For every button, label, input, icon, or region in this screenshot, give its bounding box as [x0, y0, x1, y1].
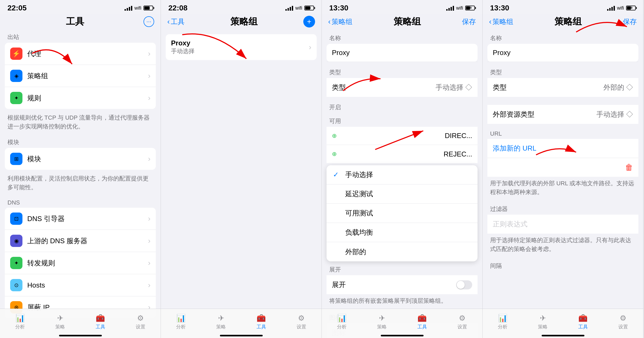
type-dropdown-3: ✓ 手动选择 延迟测试 可用测试 负载均衡 外部的 [327, 165, 478, 261]
status-icons-3: wifi 49 [446, 5, 475, 11]
status-icons-2: wifi 64 [285, 5, 314, 11]
tab-analysis-label-1: 分析 [15, 324, 25, 330]
tab-settings-2[interactable]: ⚙ 设置 [281, 314, 321, 330]
tab-settings-label-4: 设置 [618, 324, 628, 330]
form-group-expand-3: 展开 [327, 275, 478, 294]
type-row-4[interactable]: 类型 外部的 ◇ [487, 78, 638, 97]
type-row-3[interactable]: 类型 手动选择 ◇ [327, 78, 478, 97]
tab-tools-label-1: 工具 [96, 324, 105, 330]
tab-strategy-1[interactable]: ✈ 策略 [40, 314, 80, 330]
tab-tools-2[interactable]: 🧰 工具 [241, 314, 281, 330]
list-item-proxy[interactable]: ⚡ 代理 [5, 43, 156, 65]
type-value-3: 手动选择 ◇ [436, 83, 472, 92]
avail-reject-label: REJEC... [444, 150, 472, 158]
outbound-desc: 根据规则优化 TCP 与 UDP 流量导向，通过代理服务器进一步实现网络控制的优… [0, 113, 161, 135]
form-label-filter-4: 过滤器 [483, 201, 643, 215]
dns-guide-chevron [148, 214, 150, 223]
avail-direct-row[interactable]: ⊕ DIREC... [327, 127, 478, 145]
dropdown-manual[interactable]: ✓ 手动选择 [327, 165, 478, 184]
back-label-4: 策略组 [492, 17, 513, 26]
add-button-2[interactable]: + [303, 16, 315, 27]
tab-settings-label-3: 设置 [457, 324, 467, 330]
name-row-3[interactable]: Proxy [327, 44, 478, 62]
signal-icon-3 [446, 5, 454, 11]
signal-icon-1 [125, 5, 132, 11]
tab-analysis-1[interactable]: 📊 分析 [0, 314, 40, 330]
tab-tools-label-2: 工具 [257, 324, 266, 330]
tab-tools-label-3: 工具 [417, 324, 427, 330]
tab-analysis-icon-3: 📊 [337, 314, 347, 323]
list-item-strategy[interactable]: ◈ 策略组 [5, 65, 156, 87]
form-label-ext-type-4 [483, 99, 643, 105]
back-button-3[interactable]: ‹ 策略组 [328, 17, 352, 26]
tab-tools-3[interactable]: 🧰 工具 [402, 314, 442, 330]
tab-settings-3[interactable]: ⚙ 设置 [442, 314, 482, 330]
filter-row-4[interactable]: 正则表达式 [487, 215, 638, 234]
list-item-hosts[interactable]: ⊙ Hosts [5, 274, 156, 296]
avail-reject-row[interactable]: ⊕ REJEC... [327, 145, 478, 163]
tab-settings-1[interactable]: ⚙ 设置 [121, 314, 161, 330]
tab-analysis-2[interactable]: 📊 分析 [161, 314, 201, 330]
list-item-upstream-dns[interactable]: ◉ 上游的 DNS 服务器 [5, 230, 156, 252]
signal-icon-2 [285, 5, 293, 11]
status-icons-4: wifi 49 [607, 5, 636, 11]
expand-label-3: 展开 [332, 280, 346, 289]
url-add-link-4[interactable]: 添加新的 URL [493, 144, 536, 153]
home-indicator-1 [59, 335, 102, 336]
tab-strategy-icon-1: ✈ [57, 314, 63, 323]
form-label-name-4: 名称 [483, 30, 643, 44]
list-item-module[interactable]: ⊞ 模块 [5, 148, 156, 170]
tab-tools-4[interactable]: 🧰 工具 [563, 314, 603, 330]
dropdown-external[interactable]: 外部的 [327, 242, 478, 261]
tab-settings-4[interactable]: ⚙ 设置 [603, 314, 643, 330]
url-add-row-4[interactable]: 添加新的 URL [487, 139, 638, 158]
module-icon: ⊞ [10, 153, 22, 165]
more-button-1[interactable]: ··· [143, 16, 154, 27]
back-button-2[interactable]: ‹ 工具 [167, 17, 185, 26]
delete-url-button-4[interactable]: 🗑 [625, 163, 633, 172]
upstream-dns-chevron [148, 237, 150, 245]
back-button-4[interactable]: ‹ 策略组 [489, 17, 513, 26]
rules-label: 规则 [27, 93, 148, 103]
ext-type-row-4[interactable]: 外部资源类型 手动选择 ◇ [487, 105, 638, 124]
form-label-url-4: URL [483, 126, 643, 139]
page-title-1: 工具 [66, 15, 84, 28]
tab-analysis-3[interactable]: 📊 分析 [322, 314, 362, 330]
content-scroll-1: 出站 ⚡ 代理 ◈ 策略组 ✦ 规则 根据规则优化 TCP 与 U [0, 30, 161, 338]
nav-bar-4: ‹ 策略组 策略组 保存 [483, 14, 643, 30]
tab-tools-1[interactable]: 🧰 工具 [80, 314, 121, 330]
tab-analysis-label-3: 分析 [337, 324, 347, 330]
ext-type-label-4: 外部资源类型 [493, 110, 534, 119]
form-label-expand-3: 展开 [322, 261, 482, 275]
expand-row-3[interactable]: 展开 [327, 275, 478, 294]
expand-toggle-3[interactable] [456, 280, 472, 289]
status-bar-2: 22:08 wifi 64 [161, 0, 321, 14]
panel-2: 22:08 wifi 64 ‹ 工具 策略组 [161, 0, 322, 338]
back-label-2: 工具 [171, 17, 185, 26]
form-group-ext-type-4: 外部资源类型 手动选择 ◇ [487, 105, 638, 124]
tab-tools-icon-4: 🧰 [578, 314, 588, 323]
list-item-rules[interactable]: ✦ 规则 [5, 87, 156, 109]
tab-analysis-4[interactable]: 📊 分析 [483, 314, 523, 330]
save-button-4[interactable]: 保存 [623, 17, 637, 26]
list-item-forward-rules[interactable]: ✦ 转发规则 [5, 252, 156, 274]
home-indicator-4 [542, 335, 584, 336]
dropdown-balance[interactable]: 负载均衡 [327, 223, 478, 242]
wifi-icon-1: wifi [134, 5, 141, 11]
dropdown-delay[interactable]: 延迟测试 [327, 184, 478, 204]
tab-analysis-icon-1: 📊 [15, 314, 25, 323]
tab-strategy-3[interactable]: ✈ 策略 [362, 314, 402, 330]
content-scroll-3: 名称 Proxy 类型 类型 手动选择 ◇ 开启 可用 ⊕ [322, 30, 482, 338]
list-item-dns-guide[interactable]: ⊡ DNS 引导器 [5, 208, 156, 230]
name-row-4[interactable]: Proxy [487, 44, 638, 62]
proxy-label: 代理 [27, 49, 148, 58]
section-label-dns: DNS [0, 196, 161, 208]
save-button-3[interactable]: 保存 [462, 17, 476, 26]
dropdown-avail-test[interactable]: 可用测试 [327, 204, 478, 223]
tab-strategy-2[interactable]: ✈ 策略 [201, 314, 241, 330]
tab-bar-2: 📊 分析 ✈ 策略 🧰 工具 ⚙ 设置 [161, 309, 321, 338]
tab-strategy-4[interactable]: ✈ 策略 [523, 314, 563, 330]
url-delete-row-4[interactable]: 🗑 [487, 158, 638, 177]
nav-bar-3: ‹ 策略组 策略组 保存 [322, 14, 482, 30]
proxy-row-item[interactable]: Proxy 手动选择 [166, 34, 317, 60]
